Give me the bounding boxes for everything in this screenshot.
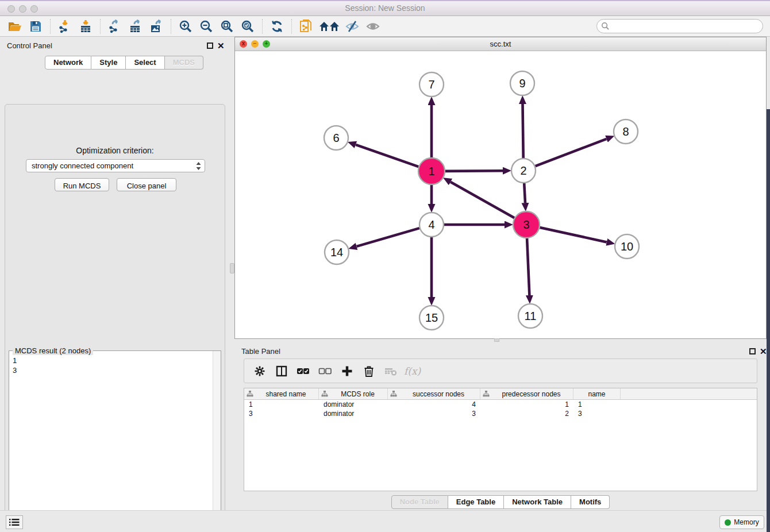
graph-edge-1-6[interactable] [356,145,418,167]
function-builder-button[interactable]: f(x) [403,361,421,381]
table-cell[interactable]: dominator [319,409,388,418]
optimization-criterion-select[interactable]: strongly connected component [26,159,205,172]
task-history-button[interactable] [6,515,23,529]
maximize-view-icon[interactable]: + [263,40,270,48]
deselect-all-button[interactable] [315,361,335,381]
table-options-button[interactable] [250,361,270,381]
table-cell[interactable]: 1 [244,400,319,409]
graph-node-8[interactable]: 8 [614,119,638,144]
select-all-button[interactable] [294,361,313,381]
network-graph[interactable]: 7968124314101511 [235,51,766,338]
delete-columns-button[interactable] [359,361,379,381]
table-cell[interactable]: dominator [319,400,388,409]
graph-node-14[interactable]: 14 [325,240,349,264]
close-window-icon[interactable] [7,5,15,13]
graph-node-3[interactable]: 3 [513,211,540,238]
float-panel-icon[interactable] [207,43,213,49]
zoom-in-button[interactable] [175,17,196,36]
graph-edge-2-3[interactable] [524,183,525,203]
export-network-button[interactable] [105,17,125,36]
column-header-shared-name[interactable]: shared name [244,388,319,399]
memory-button[interactable]: Memory [719,515,764,529]
close-panel-button[interactable]: Close panel [117,178,176,191]
search-input[interactable] [596,19,763,33]
node-table-header: shared nameMCDS rolesuccessor nodesprede… [244,388,757,400]
float-table-panel-icon[interactable] [749,348,756,354]
zoom-fit-button[interactable] [217,17,237,36]
zoom-selected-button[interactable] [237,17,258,36]
import-network-button[interactable] [55,17,75,36]
graph-edge-4-14[interactable] [357,228,419,246]
table-cell[interactable]: 4 [388,400,480,409]
graph-node-2[interactable]: 2 [511,159,536,183]
houses-icon [318,20,340,33]
graph-node-7[interactable]: 7 [419,72,444,97]
table-cell[interactable]: 2 [480,409,573,418]
graph-node-11[interactable]: 11 [518,304,542,328]
toggle-column-display-button[interactable] [272,361,291,381]
zoom-window-icon[interactable] [30,5,38,13]
graph-edge-3-11[interactable] [527,238,529,295]
export-table-button[interactable] [125,17,146,36]
graph-edge-3-10[interactable] [540,228,607,242]
network-canvas[interactable]: 7968124314101511 [235,51,766,338]
tab-select[interactable]: Select [126,56,164,70]
titlebar[interactable]: Session: New Session [0,0,770,16]
graph-node-10[interactable]: 10 [615,234,639,259]
close-table-panel-icon[interactable]: ✕ [760,346,767,357]
graph-node-1[interactable]: 1 [418,158,445,184]
show-all-button[interactable] [363,17,383,36]
graph-node-9[interactable]: 9 [510,71,534,95]
refresh-view-button[interactable] [267,17,287,36]
optimization-criterion-label: Optimization criterion: [5,146,225,155]
first-neighbors-button[interactable] [317,17,342,36]
tab-network[interactable]: Network [45,56,91,70]
column-header-predecessor-nodes[interactable]: predecessor nodes [480,388,573,399]
table-cell[interactable]: 1 [573,400,621,409]
node-label: 9 [519,77,525,90]
zoom-out-button[interactable] [196,17,217,36]
new-network-from-selection-button[interactable] [296,17,317,36]
table-cell[interactable]: 3 [573,409,621,418]
minimize-window-icon[interactable] [19,5,26,13]
open-session-button[interactable] [5,17,25,36]
vertical-splitter[interactable] [230,37,234,510]
hide-selected-button[interactable] [342,17,363,36]
table-cell[interactable]: 3 [244,409,319,418]
network-window-titlebar[interactable]: x − + scc.txt [235,37,766,51]
column-header-successor-nodes[interactable]: successor nodes [388,388,480,399]
close-view-icon[interactable]: x [240,40,247,48]
horizontal-splitter-handle[interactable] [494,338,499,342]
export-image-button[interactable] [146,17,167,36]
minimize-view-icon[interactable]: − [251,40,259,48]
splitter-handle[interactable] [230,263,234,273]
run-mcds-button[interactable]: Run MCDS [55,178,109,191]
tab-node-table[interactable]: Node Table [391,495,448,509]
delete-table-button[interactable] [381,361,401,381]
table-row[interactable]: 3dominator323 [244,409,757,418]
import-table-button[interactable] [75,17,96,36]
graph-edge-3-1[interactable] [451,182,514,218]
column-header-name[interactable]: name [573,388,621,399]
close-panel-icon[interactable]: ✕ [217,41,225,51]
tab-style[interactable]: Style [91,56,126,70]
tab-mcds[interactable]: MCDS [165,56,203,70]
table-cell[interactable]: 1 [480,400,573,409]
tab-network-table[interactable]: Network Table [504,495,571,509]
graph-node-4[interactable]: 4 [419,213,444,237]
graph-edge-1-2[interactable] [445,171,503,171]
graph-edge-2-8[interactable] [536,139,607,166]
graph-node-15[interactable]: 15 [419,306,444,330]
toolbar-separator [291,19,292,34]
save-session-button[interactable] [25,17,46,36]
table-cell[interactable]: 3 [388,409,480,418]
tab-edge-table[interactable]: Edge Table [448,495,504,509]
graph-node-6[interactable]: 6 [324,126,348,150]
result-scrollbar[interactable] [213,351,221,532]
add-column-button[interactable] [337,361,357,381]
graph-edge-2-9[interactable] [523,104,523,158]
table-row[interactable]: 1dominator411 [244,400,757,409]
node-table[interactable]: shared nameMCDS rolesuccessor nodesprede… [244,388,757,491]
column-header-mcds-role[interactable]: MCDS role [319,388,388,399]
tab-motifs[interactable]: Motifs [571,495,610,509]
